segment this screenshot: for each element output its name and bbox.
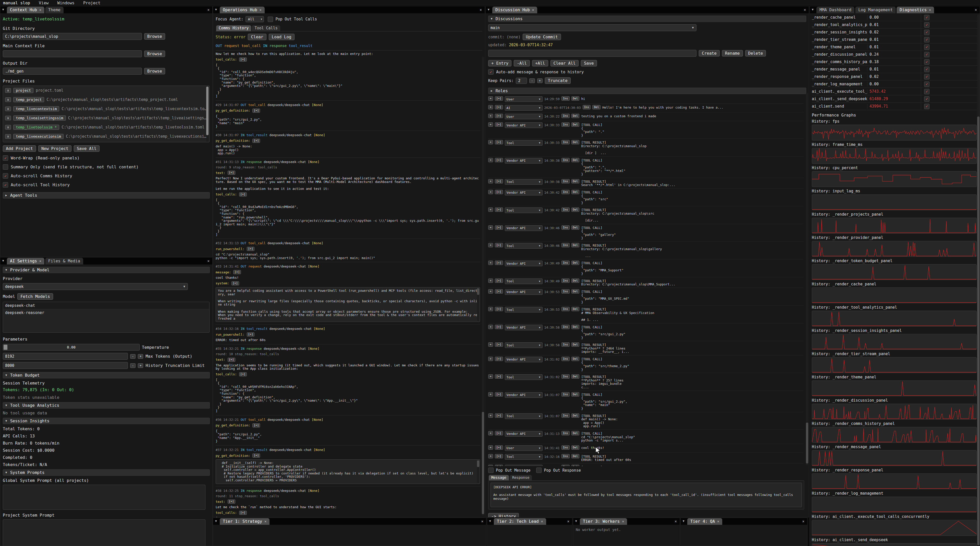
diagnostic-checkbox[interactable]: ✓	[924, 15, 929, 20]
tab-context-hub[interactable]: Context Hub ✕	[7, 6, 45, 13]
load-log-button[interactable]: Load Log	[269, 34, 294, 40]
expand-entry-button[interactable]: [+]	[495, 278, 503, 283]
minus-button[interactable]: -	[529, 78, 535, 83]
main-context-input[interactable]	[3, 50, 142, 57]
slider-grab[interactable]	[3, 345, 7, 350]
git-dir-browse-button[interactable]: Browse	[144, 33, 165, 40]
delete-entry-button[interactable]: Del	[571, 158, 579, 162]
tab-files-media[interactable]: Files & Media	[45, 258, 83, 265]
entry-text[interactable]: [TOOL RESULT] # MMA Observability & UX S…	[581, 307, 654, 321]
role-combo[interactable]: User▼	[505, 445, 542, 451]
role-combo[interactable]: User▼	[505, 96, 542, 102]
plus-button[interactable]: +	[138, 354, 143, 359]
collapse-entry-button[interactable]: +	[488, 208, 493, 212]
subtab-comms-history[interactable]: Comms History	[216, 25, 251, 31]
entry-text[interactable]: [TOOL CALL] { "path": "src/theme_2.py" }	[581, 357, 629, 371]
diagnostic-checkbox[interactable]: ✓	[924, 37, 929, 42]
window-close-icon[interactable]: ✕	[207, 259, 210, 263]
expand-entry-button[interactable]: [+]	[495, 392, 503, 396]
insert-button[interactable]: Ins	[562, 374, 570, 378]
pop-out-tool-calls-checkbox[interactable]	[268, 17, 273, 22]
session-insights-header[interactable]: ▼ Session Insights	[3, 418, 210, 424]
role-combo[interactable]: Vendor API▼	[505, 357, 542, 362]
rename-button[interactable]: Rename	[722, 50, 743, 56]
scrollbar-thumb[interactable]	[477, 288, 479, 295]
role-combo[interactable]: Tool▼	[505, 278, 542, 284]
collapse-entry-button[interactable]: +	[488, 357, 493, 361]
insert-button[interactable]: Ins	[562, 243, 570, 247]
collapse-entry-button[interactable]: +	[488, 243, 493, 247]
expand-entry-button[interactable]: [+]	[495, 260, 503, 265]
expand-button[interactable]: [+]	[239, 57, 247, 62]
expand-entry-button[interactable]: [+]	[495, 357, 503, 361]
insert-button[interactable]: Ins	[562, 179, 570, 184]
remove-file-button[interactable]: x	[5, 116, 11, 120]
tab-close-icon[interactable]: ✕	[39, 259, 41, 263]
remove-file-button[interactable]: x	[5, 125, 11, 129]
max-tokens-input[interactable]: 8192	[3, 353, 128, 360]
temperature-slider[interactable]: 0.00	[3, 344, 140, 351]
entry-text[interactable]: testing you on a custom frontend i made	[581, 114, 656, 118]
window-close-icon[interactable]: ✕	[207, 8, 210, 12]
clear-button[interactable]: Clear	[248, 34, 266, 40]
insert-button[interactable]: Ins	[562, 413, 570, 418]
diagnostic-checkbox[interactable]: ✓	[924, 74, 929, 80]
entry-text[interactable]: [TOOL RESULT] Directory: C:\projects\man…	[581, 140, 646, 155]
delete-entry-button[interactable]: Del	[571, 307, 579, 311]
insert-button[interactable]: Ins	[562, 114, 570, 118]
diagnostic-checkbox[interactable]: ✓	[924, 81, 929, 87]
tab-discussion-hub[interactable]: Discussion Hub ✕	[492, 6, 537, 13]
provider-combo[interactable]: deepseek ▼	[3, 283, 188, 290]
history-trunc-input[interactable]: 8000	[3, 362, 128, 369]
entry-text[interactable]: [TOOL CALL] { "path": "." }	[581, 122, 604, 137]
delete-entry-button[interactable]: Del	[571, 342, 579, 347]
collapse-icon[interactable]: ▼	[2, 8, 4, 11]
scrollbar[interactable]	[806, 93, 808, 465]
delete-entry-button[interactable]: Del	[571, 289, 579, 294]
delete-entry-button[interactable]: Del	[571, 465, 579, 466]
model-list-item[interactable]: deepseek-chat	[3, 302, 209, 309]
collapse-entry-button[interactable]: +	[488, 325, 493, 329]
expand-button[interactable]: [+]	[239, 372, 247, 376]
role-combo[interactable]: Vendor API▼	[505, 289, 542, 295]
insert-button[interactable]: Ins	[562, 278, 570, 283]
role-combo[interactable]: Vendor API▼	[505, 392, 542, 398]
insert-button[interactable]: Ins	[562, 190, 570, 194]
collapse-entry-button[interactable]: +	[488, 260, 493, 265]
delete-entry-button[interactable]: Del	[571, 260, 579, 265]
delete-entry-button[interactable]: Del	[571, 374, 579, 378]
collapse-entry-button[interactable]: +	[488, 278, 493, 283]
expand-button[interactable]: [+]	[252, 139, 260, 143]
entry-text[interactable]: [TOOL CALL] cd "C:\projects\manual_slop"…	[581, 431, 635, 442]
diagnostic-checkbox[interactable]: ✓	[924, 22, 929, 27]
main-context-browse-button[interactable]: Browse	[144, 51, 165, 57]
role-combo[interactable]: Vendor API▼	[505, 190, 542, 195]
entry-text[interactable]: [TOOL RESULT] **Python** ? 2464 lines im…	[581, 342, 629, 354]
expand-entry-button[interactable]: [+]	[495, 179, 503, 184]
expand-button[interactable]: [+]	[252, 453, 260, 458]
insert-button[interactable]: Ins	[562, 431, 570, 435]
minus-button[interactable]: -	[130, 363, 135, 368]
delete-entry-button[interactable]: Del	[571, 114, 579, 118]
plus-button[interactable]: +	[138, 363, 143, 368]
expand-entry-button[interactable]: [+]	[495, 122, 503, 127]
tab-close-icon[interactable]: ✕	[541, 519, 543, 523]
tab-close-icon[interactable]: ✕	[532, 8, 534, 12]
entry-text[interactable]: [TOOL CALL] { "path": "src/gui_2.py", "n…	[581, 392, 627, 410]
expand-entry-button[interactable]: [+]	[495, 413, 503, 418]
remove-file-button[interactable]: x	[5, 88, 11, 93]
tab-log-management[interactable]: Log Management	[855, 6, 896, 13]
collapse-entry-button[interactable]: +	[488, 179, 493, 184]
focus-agent-combo[interactable]: All ▼	[245, 16, 264, 22]
expand-button[interactable]: [+]	[231, 281, 239, 286]
subtab-tool-calls[interactable]: Tool Calls	[252, 25, 280, 31]
delete-entry-button[interactable]: Del	[571, 243, 579, 247]
insert-button[interactable]: Ins	[562, 465, 570, 466]
role-combo[interactable]: Tool▼	[505, 374, 542, 380]
project-prompt-textarea[interactable]	[3, 519, 205, 546]
entry-text[interactable]: [TOOL RESULT] ERROR: timed out after 60s	[581, 454, 631, 462]
delete-entry-button[interactable]: Del	[571, 190, 579, 194]
scrollbar[interactable]	[482, 57, 484, 516]
entry-text[interactable]: [TOOL CALL] { "path": "MMA_UX_SPEC.md" }	[581, 289, 629, 304]
option-checkbox[interactable]	[3, 164, 8, 170]
